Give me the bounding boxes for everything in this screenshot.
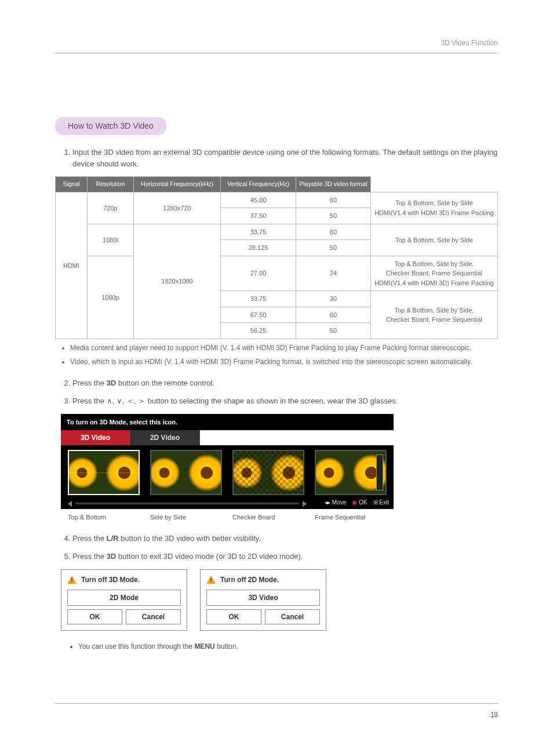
cell-format-720: Top & Bottom, Side by Side HDMI(V1.4 wit… [370, 192, 497, 224]
dialog-turn-off-3d: Turn off 3D Mode. 2D Mode OK Cancel [61, 569, 187, 631]
cell: 50 [296, 208, 371, 224]
chevron-right-icon[interactable] [303, 501, 307, 507]
step-5: Press the 3D button to exit 3D video mod… [72, 551, 498, 562]
txt-bold: MENU [194, 642, 214, 650]
txt-bold: 3D [107, 379, 117, 387]
txt: button to selecting the shape as shown i… [145, 397, 398, 405]
tab-3d-video[interactable]: 3D Video [61, 430, 130, 445]
move-hint: ◂▸ Move [325, 498, 346, 507]
warning-icon [206, 576, 216, 584]
cell-format-1080p-24: Top & Bottom, Side by Side, Checker Boar… [370, 256, 497, 291]
final-bullet: You can use this function through the ME… [78, 641, 498, 652]
txt: button to exit 3D video mode (or 3D to 2… [118, 552, 303, 561]
txt: HDMI(V1.4 with HDMI 3D) Frame Packing [374, 279, 494, 286]
txt: button to the 3D video with better visib… [121, 534, 261, 543]
cell: 24 [296, 256, 371, 291]
cell: 56.25 [221, 323, 296, 339]
dialog-title: Turn off 3D Mode. [81, 575, 140, 585]
tab-2d-video[interactable]: 2D Video [130, 430, 200, 445]
cell-1280x720: 1280x720 [134, 192, 221, 224]
txt: You can use this function through the [78, 642, 194, 650]
cell-1080p: 1080p [88, 256, 134, 339]
th-format: Playable 3D video format [296, 177, 371, 192]
cell-720p: 720p [88, 192, 134, 224]
txt-bold: L/R [107, 534, 121, 543]
step-3: Press the ∧, ∨, ＜, ＞ button to selecting… [72, 395, 498, 407]
section-heading-pill: How to Watch 3D Video [55, 117, 166, 135]
th-vfreq: Vertical Frequency(Hz) [221, 177, 296, 192]
cell: 50 [296, 240, 371, 256]
txt: OK [359, 499, 367, 506]
thumb-checker-board[interactable] [232, 450, 304, 495]
label-side-by-side: Side by Side [150, 513, 222, 522]
step-4: Press the L/R button to the 3D video wit… [72, 533, 498, 544]
step-1: Input the 3D video from an external 3D c… [72, 147, 498, 169]
txt: Press the [72, 552, 107, 561]
txt: Top & Bottom, Side by Side, [394, 307, 474, 314]
label-frame-sequential: Frame Sequential [315, 513, 387, 522]
txt: Press the [72, 379, 107, 387]
bullet-2: Video, which is input as HDMI (V. 1.4 wi… [70, 357, 498, 367]
th-hfreq: Horizontal Frequency(kHz) [134, 177, 221, 192]
cell: 67.50 [221, 307, 296, 323]
cell: 33.75 [221, 291, 296, 307]
osd-footer: ◂▸ Move ◉ OK ꕤ Exit [325, 498, 389, 507]
th-signal: Signal [56, 177, 88, 192]
step-2: Press the 3D button on the remote contro… [72, 377, 498, 389]
label-checker-board: Checker Board [232, 513, 304, 522]
txt: button. [215, 642, 238, 650]
txt: Top & Bottom, Side by Side [395, 199, 473, 206]
bullet-1: Media content and player need to support… [70, 343, 498, 353]
arrow-symbols: ∧, ∨, ＜, ＞ [107, 397, 146, 405]
osd-hint: To turn on 3D Mode, select this icon. [61, 414, 394, 431]
cell-1080i: 1080i [88, 224, 134, 256]
cancel-button[interactable]: Cancel [126, 609, 181, 624]
page-number: 19 [55, 703, 498, 720]
cell-format-1080i: Top & Bottom, Side by Side [370, 224, 497, 256]
cell: 30 [296, 291, 371, 307]
cell: 33.75 [221, 224, 296, 240]
txt: Press the [72, 397, 107, 405]
txt: Checker Board, Frame Sequential [386, 270, 482, 277]
cancel-button[interactable]: Cancel [265, 609, 320, 624]
cell: 60 [296, 307, 371, 323]
txt: Move [332, 499, 346, 506]
label-top-bottom: Top & Bottom [68, 513, 140, 522]
scroll-track[interactable] [75, 503, 299, 505]
exit-hint: ꕤ Exit [373, 498, 389, 507]
cell: 60 [296, 192, 371, 208]
cell-format-1080p-rest: Top & Bottom, Side by Side, Checker Boar… [370, 291, 497, 339]
thumb-side-by-side[interactable] [150, 450, 222, 495]
cell: 28.125 [221, 240, 296, 256]
mode-button-2d[interactable]: 2D Mode [67, 590, 181, 606]
txt: HDMI(V1.4 with HDMI 3D) Frame Packing [374, 209, 494, 216]
cell: 60 [296, 224, 371, 240]
txt-bold: 3D [107, 552, 118, 561]
txt: Exit [379, 499, 389, 506]
txt: Press the [72, 534, 107, 543]
warning-icon [67, 576, 77, 584]
txt: Top & Bottom, Side by Side, [394, 260, 474, 267]
cell: 37.50 [221, 208, 296, 224]
cell-1920x1080: 1920x1080 [134, 224, 221, 339]
cell: 50 [296, 323, 371, 339]
cell-hdmi: HDMI [56, 192, 88, 339]
dialog-turn-off-2d: Turn off 2D Mode. 3D Video OK Cancel [200, 569, 326, 631]
mode-button-3d-video[interactable]: 3D Video [206, 590, 320, 606]
dialog-title: Turn off 2D Mode. [220, 575, 279, 585]
page-header: 3D Video Function [55, 38, 498, 53]
ok-button[interactable]: OK [67, 609, 122, 624]
txt: Checker Board, Frame Sequential [386, 316, 482, 323]
spec-table: Signal Resolution Horizontal Frequency(k… [55, 176, 498, 339]
th-resolution: Resolution [88, 177, 134, 192]
osd-panel: To turn on 3D Mode, select this icon. 3D… [61, 414, 498, 522]
osd-scrollbar[interactable] [68, 500, 307, 508]
ok-button[interactable]: OK [206, 609, 261, 624]
cell: 27.00 [221, 256, 296, 291]
chevron-left-icon[interactable] [68, 501, 72, 507]
thumb-frame-sequential[interactable] [315, 450, 387, 495]
txt: button on the remote control. [116, 379, 214, 387]
cell: 45.00 [221, 192, 296, 208]
thumb-top-bottom[interactable] [68, 450, 140, 495]
ok-hint: ◉ OK [352, 498, 367, 507]
